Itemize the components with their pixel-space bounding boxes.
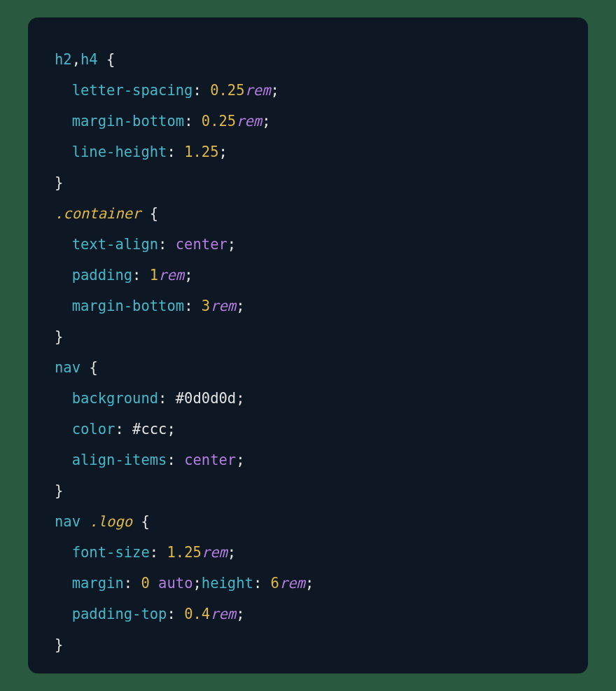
code-token: 0.25 <box>210 82 244 99</box>
code-line: margin-bottom: 0.25rem; <box>55 106 561 137</box>
code-token: ; <box>184 267 192 284</box>
code-token: .logo <box>89 513 132 530</box>
code-line: h2,h4 { <box>55 44 561 75</box>
code-token: { <box>141 513 149 530</box>
code-token: rem <box>202 544 227 561</box>
code-token: ; <box>192 575 201 592</box>
code-line: } <box>55 167 561 198</box>
code-line: .container { <box>55 198 561 229</box>
code-token: { <box>106 51 115 68</box>
code-token: margin-bottom <box>72 113 184 130</box>
code-line: align-items: center; <box>55 445 561 475</box>
code-token: h4 <box>80 51 98 68</box>
code-token: nav <box>55 359 80 376</box>
code-line: line-height: 1.25; <box>55 137 561 167</box>
code-line: nav .logo { <box>55 506 561 537</box>
code-token: margin <box>72 575 124 592</box>
code-token <box>150 575 158 592</box>
code-line: margin-bottom: 3rem; <box>55 291 561 321</box>
code-token: ; <box>271 82 279 99</box>
code-token: color <box>72 421 115 438</box>
code-token: 0 <box>141 575 149 592</box>
code-token: rem <box>210 298 236 314</box>
code-token: center <box>176 236 227 253</box>
code-token: rem <box>279 575 305 592</box>
code-line: } <box>55 321 561 352</box>
code-token: { <box>150 205 158 222</box>
code-token: ; <box>236 606 244 622</box>
code-token: } <box>55 328 63 345</box>
code-token: #ccc <box>132 421 167 438</box>
code-token: ; <box>219 144 227 160</box>
code-token: ; <box>305 575 314 592</box>
code-token: align-items <box>72 452 167 468</box>
code-token: ; <box>236 298 244 314</box>
code-token: } <box>55 482 63 499</box>
code-token: .container <box>55 205 141 222</box>
code-line: background: #0d0d0d; <box>55 383 561 414</box>
code-token: letter-spacing <box>72 82 193 99</box>
code-token: background <box>72 390 158 407</box>
code-token: font-size <box>72 544 150 561</box>
code-token: ; <box>236 390 244 407</box>
code-line: font-size: 1.25rem; <box>55 537 561 568</box>
code-token: padding-top <box>72 606 167 622</box>
code-token: ; <box>167 421 175 438</box>
code-token: 1 <box>150 267 158 284</box>
code-token: ; <box>227 236 236 253</box>
code-token: center <box>184 452 236 468</box>
code-token: 1.25 <box>167 544 201 561</box>
code-token: line-height <box>72 144 167 160</box>
code-token: ; <box>262 113 270 130</box>
code-block: h2,h4 { letter-spacing: 0.25rem; margin-… <box>28 18 588 673</box>
code-token: #0d0d0d <box>176 390 236 407</box>
code-token: rem <box>236 113 262 130</box>
code-token: rem <box>245 82 271 99</box>
code-token: 0.25 <box>202 113 236 130</box>
code-line: letter-spacing: 0.25rem; <box>55 75 561 106</box>
code-token: rem <box>158 267 184 284</box>
code-token: padding <box>72 267 132 284</box>
code-line: nav { <box>55 352 561 383</box>
code-line: } <box>55 475 561 506</box>
code-token: ; <box>236 452 244 468</box>
code-token: 3 <box>202 298 210 314</box>
code-token: 6 <box>271 575 279 592</box>
code-token: h2 <box>55 51 72 68</box>
code-line: padding-top: 0.4rem; <box>55 599 561 629</box>
code-line: color: #ccc; <box>55 414 561 445</box>
code-token: text-align <box>72 236 158 253</box>
code-token: auto <box>158 575 192 592</box>
code-line: text-align: center; <box>55 229 561 260</box>
code-token: margin-bottom <box>72 298 184 314</box>
code-token: height <box>202 575 253 592</box>
code-line: } <box>55 629 561 660</box>
code-token: nav <box>55 513 80 530</box>
code-line: margin: 0 auto;height: 6rem; <box>55 568 561 599</box>
code-line: padding: 1rem; <box>55 260 561 291</box>
code-token: 0.4 <box>184 606 210 622</box>
code-token <box>80 513 89 530</box>
code-token: ; <box>227 544 236 561</box>
code-token: 1.25 <box>184 144 218 160</box>
code-token: { <box>89 359 97 376</box>
code-token: } <box>55 174 63 191</box>
code-token: } <box>55 636 63 653</box>
code-token: , <box>72 51 80 68</box>
code-token: rem <box>210 606 236 622</box>
